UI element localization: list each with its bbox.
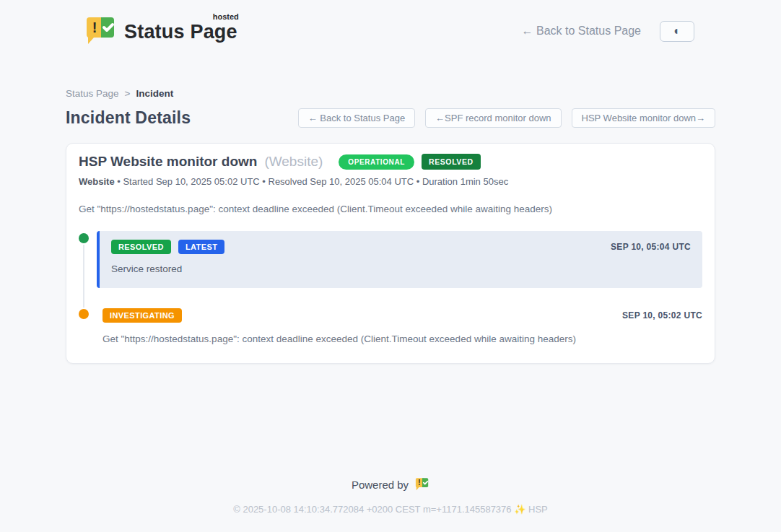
timeline-entry-latest: RESOLVED LATEST SEP 10, 05:04 UTC Servic…: [97, 231, 702, 288]
incident-timeline: RESOLVED LATEST SEP 10, 05:04 UTC Servic…: [79, 231, 702, 344]
statuspage-logo-icon: !: [85, 15, 117, 47]
resolved-badge: RESOLVED: [422, 154, 481, 170]
back-to-status-page-button[interactable]: ← Back to Status Page: [298, 108, 415, 128]
contrast-icon: ◐: [673, 25, 681, 38]
incident-title: HSP Website monitor down: [79, 154, 257, 170]
timeline-timestamp: SEP 10, 05:02 UTC: [622, 310, 702, 320]
timeline-dot-orange: [79, 309, 89, 319]
timeline-message: Get "https://hostedstatus.page": context…: [102, 333, 702, 344]
incident-description: Get "https://hostedstatus.page": context…: [79, 204, 702, 214]
breadcrumb: Status Page > Incident: [66, 88, 715, 99]
header-back-link[interactable]: ← Back to Status Page: [522, 25, 641, 38]
timeline-item-investigating: INVESTIGATING SEP 10, 05:02 UTC Get "htt…: [79, 307, 702, 344]
hsp-footer-logo-icon[interactable]: !: [415, 477, 429, 492]
incident-nav-buttons: ← Back to Status Page ←SPF record monito…: [298, 108, 715, 128]
brand-hosted-label: hosted: [213, 12, 239, 21]
powered-by-label: Powered by: [352, 479, 409, 491]
theme-toggle-button[interactable]: ◐: [660, 21, 694, 42]
main-content: Status Page > Incident Incident Details …: [66, 88, 715, 364]
timeline-message: Service restored: [111, 263, 691, 274]
brand: ! hosted Status Page: [85, 15, 237, 47]
header: ! hosted Status Page ← Back to Status Pa…: [0, 0, 781, 52]
incident-card: HSP Website monitor down (Website) OPERA…: [66, 143, 715, 364]
page-title: Incident Details: [66, 108, 191, 128]
timeline-latest-badge: LATEST: [178, 240, 224, 254]
timeline-dot-green: [79, 233, 89, 243]
brand-name: Status Page: [124, 21, 237, 43]
timeline-timestamp: SEP 10, 05:04 UTC: [611, 242, 691, 252]
operational-badge: OPERATIONAL: [339, 154, 414, 170]
timeline-item-resolved: RESOLVED LATEST SEP 10, 05:04 UTC Servic…: [79, 231, 702, 288]
copyright-text: © 2025-10-08 14:10:34.772084 +0200 CEST …: [0, 504, 781, 515]
timeline-investigating-badge: INVESTIGATING: [102, 308, 182, 323]
incident-meta: Website • Started Sep 10, 2025 05:02 UTC…: [79, 176, 702, 187]
breadcrumb-incident: Incident: [136, 88, 173, 99]
footer: Powered by ! © 2025-10-08 14:10:34.77208…: [0, 477, 781, 532]
timeline-resolved-badge: RESOLVED: [111, 240, 171, 254]
svg-text:!: !: [418, 479, 420, 487]
incident-meta-component: Website: [79, 176, 115, 187]
breadcrumb-separator: >: [125, 88, 131, 99]
prev-incident-button[interactable]: ←SPF record monitor down: [425, 108, 561, 128]
incident-component: (Website): [264, 154, 323, 170]
breadcrumb-status-page[interactable]: Status Page: [66, 88, 119, 99]
timeline-entry-investigating: INVESTIGATING SEP 10, 05:02 UTC Get "htt…: [97, 307, 702, 344]
next-incident-button[interactable]: HSP Website monitor down→: [572, 108, 715, 128]
svg-text:!: !: [92, 19, 97, 35]
incident-meta-times: • Started Sep 10, 2025 05:02 UTC • Resol…: [115, 176, 509, 187]
